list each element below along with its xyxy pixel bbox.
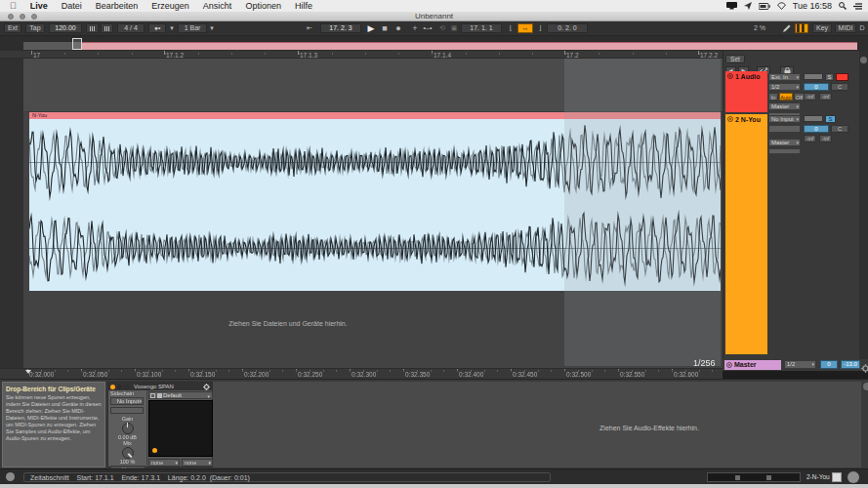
battery-icon[interactable] xyxy=(759,3,770,10)
beat-time-ruler[interactable]: 1717.1.217.1.317.1.417.217.2.2 xyxy=(0,51,723,59)
track-2-solo-button[interactable]: S xyxy=(825,115,836,123)
track-2-unfold-icon[interactable] xyxy=(727,116,733,122)
set-locator-button[interactable]: Set xyxy=(725,55,745,63)
track-1-header[interactable]: 1 Audio xyxy=(725,71,767,112)
track-1-solo-button[interactable]: S xyxy=(825,73,834,81)
track-1-input-channel-menu[interactable]: 1/2▾ xyxy=(768,83,801,91)
track-1-monitor-auto[interactable]: Auto xyxy=(779,93,793,101)
menu-item-datei[interactable]: Datei xyxy=(62,1,82,11)
param-slot-2[interactable]: none▾ xyxy=(182,459,213,467)
track-1-pan-field[interactable]: C xyxy=(831,83,848,91)
overdub-button[interactable]: + xyxy=(410,23,420,33)
time-signature-field[interactable]: 4 / 4 xyxy=(117,23,145,33)
gain-knob[interactable] xyxy=(122,423,134,434)
wifi-icon[interactable] xyxy=(777,2,786,10)
track-2-output-channel[interactable] xyxy=(768,148,801,154)
notification-center-icon[interactable] xyxy=(853,3,862,10)
menu-item-ansicht[interactable]: Ansicht xyxy=(203,1,232,11)
play-button[interactable]: ▶ xyxy=(365,23,377,33)
metronome-menu-arrow-icon[interactable]: ▾ xyxy=(168,23,176,33)
track-2-header[interactable]: 2 N-You xyxy=(725,114,767,354)
quantization-menu[interactable]: 1 Bar xyxy=(178,23,207,33)
track-2-input-menu[interactable]: No Input▾ xyxy=(768,115,801,123)
device-title-bar[interactable]: Voxengo SPAN xyxy=(108,383,212,390)
nudge-down-button[interactable] xyxy=(86,23,99,33)
time-ruler[interactable]: 0:32.0000:32.0500:32.1000:32.1500:32.200… xyxy=(0,368,723,379)
master-output-menu[interactable]: 1/2▾ xyxy=(784,360,816,369)
track-1-arm-button[interactable] xyxy=(836,73,848,81)
follow-button[interactable]: ⇤ xyxy=(303,23,316,33)
sidechain-input-menu[interactable]: No Input▾ xyxy=(110,397,144,405)
apple-menu-icon[interactable]:  xyxy=(10,1,17,11)
master-pan-field[interactable]: -13.0 xyxy=(841,360,860,369)
metronome-button[interactable]: ●• xyxy=(148,23,166,33)
track-1-volume-field[interactable]: 0 xyxy=(804,83,829,91)
device-on-button[interactable] xyxy=(110,385,115,389)
track-2-output-menu[interactable]: Master▾ xyxy=(768,139,801,146)
midi-map-button[interactable]: MIDI xyxy=(835,23,856,33)
re-enable-automation-button[interactable]: ⟲ xyxy=(437,23,447,33)
track-2-send-a-field[interactable]: -inf xyxy=(804,135,816,142)
window-titlebar[interactable]: Unbenannt xyxy=(0,12,868,21)
device-chain-area[interactable]: Voxengo SPAN Sidechain No Input▾ Gain 0.… xyxy=(107,382,861,468)
menu-item-live[interactable]: Live xyxy=(30,1,48,11)
stop-button[interactable]: ■ xyxy=(379,23,391,33)
master-track-header[interactable]: Master xyxy=(724,360,781,370)
display-icon[interactable] xyxy=(726,2,737,10)
punch-out-button[interactable]: ⌋ xyxy=(535,23,545,33)
arrangement-overview[interactable] xyxy=(0,36,868,51)
draw-mode-pencil-icon[interactable] xyxy=(781,23,793,33)
loop-button[interactable]: ↔ xyxy=(517,23,533,33)
scroll-handle-icon[interactable] xyxy=(860,57,867,63)
mix-knob[interactable] xyxy=(122,447,134,459)
record-button[interactable]: ● xyxy=(393,23,404,33)
track-2-input-channel[interactable] xyxy=(768,125,801,133)
preferences-gear-icon[interactable] xyxy=(861,359,868,377)
tempo-field[interactable]: 120.00 xyxy=(49,23,82,33)
loop-start-field[interactable]: 17. 1. 1 xyxy=(461,23,502,33)
param-slot-1[interactable]: none▾ xyxy=(148,459,180,467)
menu-item-erzeugen[interactable]: Erzeugen xyxy=(151,1,189,11)
automation-arm-button[interactable]: •–• xyxy=(422,23,434,33)
menu-item-hilfe[interactable]: Hilfe xyxy=(295,1,312,11)
device-fold-icon[interactable] xyxy=(117,385,122,389)
track-2-volume-field[interactable]: 0 xyxy=(804,125,829,133)
overview-view-box[interactable] xyxy=(72,38,82,50)
menu-item-optionen[interactable]: Optionen xyxy=(245,1,281,11)
track-1-input-menu[interactable]: Ext. In▾ xyxy=(768,73,801,81)
capture-midi-button[interactable]: ▣ xyxy=(449,23,459,33)
panel-scroll-icon[interactable] xyxy=(863,383,868,390)
menubar-clock[interactable]: Tue 16:58 xyxy=(793,1,832,11)
menu-item-bearbeiten[interactable]: Bearbeiten xyxy=(96,1,139,11)
ext-sync-button[interactable]: Ext xyxy=(4,23,21,33)
computer-midi-keyboard-button[interactable]: ▌▌ xyxy=(795,23,808,33)
overview-clip-region[interactable] xyxy=(82,42,857,50)
arrangement-area[interactable]: N-You Ziehen Sie Dateien und Geräte hier… xyxy=(0,59,723,368)
track-1-monitor-in[interactable]: In xyxy=(768,93,778,101)
spotlight-search-icon[interactable] xyxy=(839,2,847,10)
track-1-send-a-field[interactable]: -inf xyxy=(804,93,816,101)
hot-swap-icon[interactable] xyxy=(124,385,129,389)
paper-plane-icon[interactable] xyxy=(744,2,752,10)
master-unfold-icon[interactable] xyxy=(726,362,732,368)
loop-length-field[interactable]: 0. 2. 0 xyxy=(547,23,588,33)
midi-indicator-button[interactable] xyxy=(832,472,842,482)
punch-in-button[interactable]: ⌊ xyxy=(506,23,516,33)
quantization-menu-arrow-icon[interactable]: ▾ xyxy=(208,23,216,33)
arrangement-position-field[interactable]: 17. 2. 3 xyxy=(320,23,361,33)
master-volume-field[interactable]: 0 xyxy=(820,360,838,369)
track-1-output-menu[interactable]: Master▾ xyxy=(768,102,801,110)
track-1-unfold-icon[interactable] xyxy=(727,73,733,79)
track-1-send-b-field[interactable]: -inf xyxy=(819,93,832,101)
tap-tempo-button[interactable]: Tap xyxy=(25,23,45,33)
sidechain-channel-menu[interactable] xyxy=(110,407,144,414)
info-view-toggle[interactable] xyxy=(6,472,15,481)
track-2-pan-field[interactable]: C xyxy=(831,125,848,133)
save-preset-icon[interactable] xyxy=(157,393,162,398)
track-2-send-b-field[interactable]: -inf xyxy=(819,135,832,142)
plugin-preset-menu[interactable]: Default▾ xyxy=(148,391,213,399)
insert-marker[interactable] xyxy=(25,370,31,374)
folder-icon[interactable] xyxy=(150,393,155,398)
plugin-device[interactable]: Voxengo SPAN Sidechain No Input▾ Gain 0.… xyxy=(107,382,213,468)
nudge-up-button[interactable] xyxy=(101,23,113,33)
